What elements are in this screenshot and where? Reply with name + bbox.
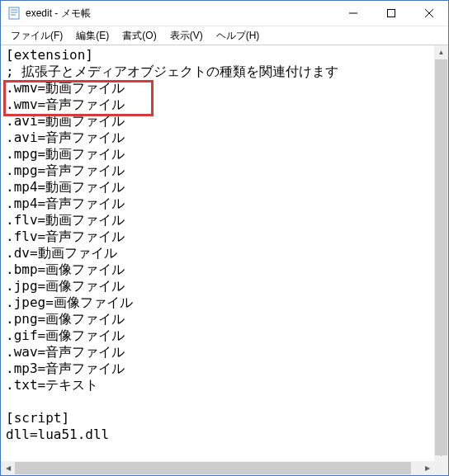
- minimize-button[interactable]: [334, 1, 372, 26]
- text-line: .wav=音声ファイル: [6, 344, 429, 361]
- text-line: .mp4=音声ファイル: [6, 196, 429, 212]
- horizontal-scrollbar[interactable]: ◀ ▶: [1, 461, 434, 475]
- menu-help[interactable]: ヘルプ(H): [210, 27, 267, 45]
- text-line: .mp3=音声ファイル: [6, 361, 429, 377]
- text-line: .avi=音声ファイル: [6, 130, 429, 146]
- menu-format[interactable]: 書式(O): [116, 27, 163, 45]
- scroll-up-icon[interactable]: ▲: [434, 45, 448, 59]
- scroll-thumb-vertical[interactable]: [435, 59, 447, 455]
- svg-rect-5: [388, 10, 395, 17]
- scroll-left-icon[interactable]: ◀: [1, 461, 15, 475]
- text-line: .dv=動画ファイル: [6, 245, 429, 262]
- text-line: .mpg=動画ファイル: [6, 146, 429, 163]
- window: exedit - メモ帳 ファイル(F) 編集(E) 書式(O) 表示(V) ヘ…: [0, 0, 449, 476]
- text-line: .mp4=動画ファイル: [6, 179, 429, 196]
- scroll-track-horizontal[interactable]: [15, 461, 420, 475]
- text-line: .jpeg=画像ファイル: [6, 295, 429, 311]
- menu-file[interactable]: ファイル(F): [4, 27, 69, 45]
- maximize-button[interactable]: [372, 1, 410, 26]
- scroll-track-vertical[interactable]: [434, 59, 448, 447]
- menu-edit[interactable]: 編集(E): [69, 27, 116, 45]
- text-line: .wmv=動画ファイル: [6, 80, 429, 97]
- text-line: ; 拡張子とメディアオブジェクトの種類を関連付けます: [6, 64, 429, 80]
- text-line: .gif=画像ファイル: [6, 328, 429, 344]
- text-line: [script]: [6, 410, 429, 427]
- notepad-icon: [7, 7, 21, 20]
- text-line: .mpg=音声ファイル: [6, 163, 429, 179]
- titlebar[interactable]: exedit - メモ帳: [1, 1, 448, 26]
- close-button[interactable]: [410, 1, 448, 26]
- scrollbar-corner: [434, 461, 448, 475]
- editor-area: [extension]; 拡張子とメディアオブジェクトの種類を関連付けます.wm…: [1, 45, 448, 475]
- text-line: dll=lua51.dll: [6, 427, 429, 443]
- scroll-thumb-horizontal[interactable]: [15, 462, 411, 474]
- text-line: .avi=動画ファイル: [6, 113, 429, 130]
- text-line: .flv=動画ファイル: [6, 212, 429, 229]
- scroll-right-icon[interactable]: ▶: [420, 461, 434, 475]
- text-line: .bmp=画像ファイル: [6, 262, 429, 278]
- text-line: [extension]: [6, 47, 429, 64]
- text-line: .png=画像ファイル: [6, 311, 429, 328]
- text-line: .jpg=画像ファイル: [6, 278, 429, 295]
- vertical-scrollbar[interactable]: ▲ ▼: [434, 45, 448, 461]
- menu-view[interactable]: 表示(V): [163, 27, 210, 45]
- text-line: .wmv=音声ファイル: [6, 97, 429, 113]
- svg-rect-0: [9, 7, 19, 19]
- text-line: .txt=テキスト: [6, 377, 429, 394]
- menubar: ファイル(F) 編集(E) 書式(O) 表示(V) ヘルプ(H): [1, 26, 448, 45]
- text-editor[interactable]: [extension]; 拡張子とメディアオブジェクトの種類を関連付けます.wm…: [1, 45, 434, 461]
- window-controls: [334, 1, 448, 26]
- text-line: .flv=音声ファイル: [6, 229, 429, 245]
- text-line: [6, 394, 429, 410]
- window-title: exedit - メモ帳: [26, 7, 334, 21]
